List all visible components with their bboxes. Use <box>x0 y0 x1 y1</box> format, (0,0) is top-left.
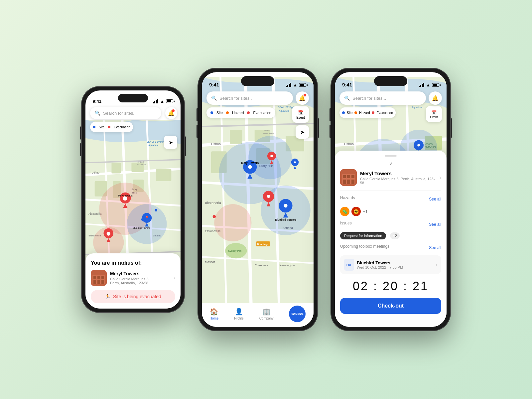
nav-company[interactable]: 🏢 Company <box>259 308 274 320</box>
toolbox-see-all[interactable]: See all <box>429 245 441 250</box>
issue-plus-badge: +2 <box>390 232 400 239</box>
meeting-date: Wed 10 Oct, 2022 - 7:30 PM <box>357 265 433 269</box>
legend-dot-evac-2 <box>247 111 250 114</box>
svg-rect-127 <box>347 175 350 178</box>
toolbox-label: Upcoming toolbox meetings <box>340 244 389 249</box>
status-icons-1: ▲ <box>153 99 173 104</box>
bell-notification-dot-1 <box>172 109 175 112</box>
event-label-2: Event <box>296 116 305 119</box>
issues-see-all[interactable]: See all <box>429 222 441 227</box>
navigate-button-2[interactable]: ➤ <box>296 125 309 139</box>
meeting-row[interactable]: PDF Bluebird Towers Wed 10 Oct, 2022 - 7… <box>340 255 441 274</box>
legend-bar-2: Site Hazard Evacuation <box>206 107 275 118</box>
svg-text:Ultimo: Ultimo <box>211 142 221 146</box>
svg-point-41 <box>141 217 145 221</box>
legend-dot-hazard-2 <box>226 111 229 114</box>
battery-icon-3 <box>432 83 439 87</box>
legend-bar-3: Site Hazard Evacuation <box>339 107 396 118</box>
site-address-1: Calle Garcia Marquez 3,Perth, Australia,… <box>110 277 170 285</box>
legend-dot-site-1 <box>93 126 95 128</box>
bell-notification-dot-2 <box>304 94 306 96</box>
power-button <box>185 136 186 156</box>
svg-rect-13 <box>156 169 171 181</box>
svg-text:Ultimo: Ultimo <box>91 171 99 174</box>
panel-site-name: Meryl Towers <box>360 171 436 176</box>
svg-point-122 <box>417 144 420 146</box>
search-icon-3: 🔍 <box>344 95 350 101</box>
svg-text:Mascot: Mascot <box>205 260 215 264</box>
event-button-3[interactable]: 📅 Event <box>426 106 442 122</box>
legend-label-evac-2: Evacuation <box>253 111 271 115</box>
navigate-button-1[interactable]: ➤ <box>164 136 177 149</box>
phone-1: 9:41 ▲ <box>81 86 185 313</box>
nav-home[interactable]: 🏠 Home <box>210 308 219 320</box>
phone-3: 9:41 ▲ <box>331 68 451 331</box>
svg-text:Aquarium: Aquarium <box>279 109 289 112</box>
volume-down-button <box>80 143 81 156</box>
svg-point-94 <box>267 195 270 198</box>
battery-icon-2 <box>299 83 306 87</box>
bell-button-2[interactable]: 🔔 <box>296 91 309 105</box>
signal-icon-3 <box>419 83 425 87</box>
svg-text:Kensington: Kensington <box>279 264 295 267</box>
bell-button-1[interactable]: 🔔 <box>165 107 177 119</box>
collapse-button[interactable]: ∨ <box>340 161 441 167</box>
evacuation-run-icon: 🏃 <box>105 294 110 299</box>
timer-circle-button[interactable]: 02:20:21 <box>289 306 306 322</box>
chevron-right-icon-3: › <box>439 174 441 181</box>
nav-profile[interactable]: 👤 Profile <box>234 308 243 320</box>
wifi-icon-1: ▲ <box>160 99 164 104</box>
svg-text:Bluebird Towers: Bluebird Towers <box>133 226 150 229</box>
event-button-2[interactable]: 📅 Event <box>292 106 309 123</box>
legend-dot-site-2 <box>210 111 213 114</box>
home-icon: 🏠 <box>210 308 218 316</box>
svg-rect-46 <box>97 276 100 279</box>
legend-label-site-2: Site <box>216 111 223 115</box>
panel-site-address: Calle Garcia Marquez 3, Perth, Australia… <box>360 177 436 185</box>
svg-rect-49 <box>97 280 100 284</box>
search-bar-3[interactable]: 🔍 Search for sites... <box>339 91 426 105</box>
panel-site-row[interactable]: Meryl Towers Calle Garcia Marquez 3, Per… <box>340 169 441 191</box>
volume-down-button-3 <box>330 125 331 138</box>
svg-rect-48 <box>93 280 96 284</box>
dynamic-island-2 <box>241 76 274 86</box>
svg-rect-45 <box>93 276 96 279</box>
legend-label-evac-1: Evacuation <box>114 125 130 129</box>
signal-icon-2 <box>286 83 292 87</box>
search-bar-1[interactable]: 🔍 Search for sites... <box>90 107 161 119</box>
power-button-2 <box>318 118 319 138</box>
search-bar-2[interactable]: 🔍 Search for sites . <box>206 91 293 105</box>
meeting-name: Bluebird Towers <box>357 260 433 265</box>
event-icon-2: 📅 <box>298 110 304 115</box>
search-icon-2: 🔍 <box>211 95 217 101</box>
site-row-1[interactable]: Meryl Towers Calle Garcia Marquez 3,Pert… <box>91 270 175 286</box>
svg-point-97 <box>270 155 273 157</box>
issues-label: Issues <box>340 221 352 225</box>
chevron-down-icon: ∨ <box>389 161 392 166</box>
search-icon-1: 🔍 <box>95 110 100 116</box>
nav-timer[interactable]: 02:20:21 <box>289 306 306 322</box>
bell-button-3[interactable]: 🔔 <box>429 91 442 105</box>
panel-site-thumbnail <box>340 169 357 186</box>
status-icons-2: ▲ <box>286 82 306 87</box>
navigate-icon-2: ➤ <box>300 129 305 135</box>
toolbox-section-header: Upcoming toolbox meetings See all <box>340 244 441 251</box>
navigate-icon-1: ➤ <box>169 139 173 146</box>
hazard-badge-fire: 🦠 <box>340 207 349 216</box>
svg-point-86 <box>248 165 252 169</box>
svg-text:⬤: ⬤ <box>106 231 110 236</box>
svg-text:Sydney Park: Sydney Park <box>228 249 242 252</box>
card-title-1: You are in radius of: <box>91 260 175 266</box>
profile-icon: 👤 <box>235 308 243 316</box>
nav-profile-label: Profile <box>234 317 243 320</box>
svg-point-102 <box>213 215 216 218</box>
svg-text:Bunnings: Bunnings <box>257 243 268 246</box>
legend-label-hazard-3: Hazard <box>359 111 370 115</box>
pdf-icon: PDF <box>344 259 354 271</box>
search-placeholder-1: Search for sites... <box>103 111 157 116</box>
svg-text:Alexandria: Alexandria <box>205 201 221 205</box>
checkout-button[interactable]: Check-out <box>340 298 441 314</box>
issue-tag-rfi[interactable]: Request for information <box>340 232 386 239</box>
hazards-see-all[interactable]: See all <box>429 197 441 201</box>
svg-text:Aquarium: Aquarium <box>148 144 158 147</box>
